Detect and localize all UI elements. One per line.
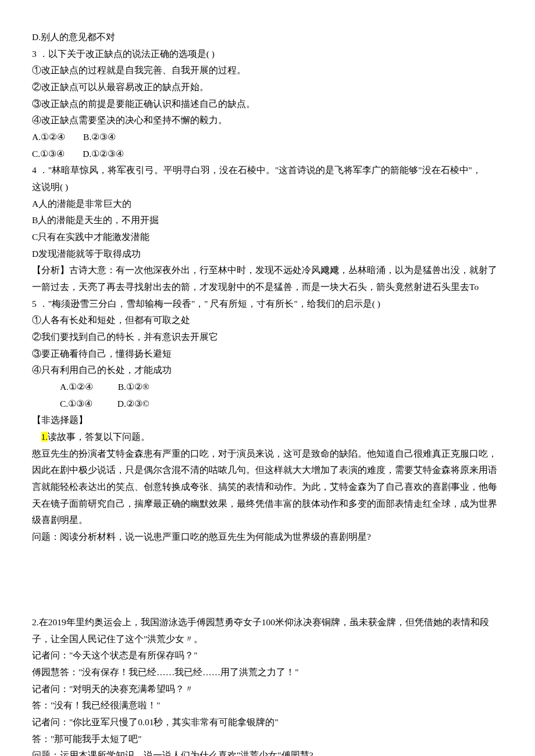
q3-statement-2: ②改正缺点可以从最容易改正的缺点开始。: [32, 79, 503, 96]
essay2-question: 问题：运用本课所学知识，说一说人们为什么喜欢"洪荒少女"傅园慧?: [32, 747, 503, 756]
q5-statement-2: ②我们要找到自己的特长，并有意识去开展它: [32, 329, 503, 346]
q3-stem: 3 ．以下关于改正缺点的说法正确的选项是( ): [32, 46, 503, 63]
q5-options-row-2: C.①③④ D.②③©: [32, 396, 503, 413]
q5-options-row-1: A.①②④ B.①②®: [32, 379, 503, 396]
q4-option-b: B人的潜能是天生的，不用开掘: [32, 212, 503, 229]
essay1-body: 憨豆先生的扮演者艾特金森患有严重的口吃，对于演员来说，这可是致命的缺陷。他知道自…: [32, 446, 503, 529]
essay2-line-2: 子，让全国人民记住了这个"洪荒少女〃。: [32, 631, 503, 648]
essay2-line-1: 2.在2019年里约奥运会上，我国游泳选手傅园慧勇夺女子100米仰泳决赛铜牌，虽…: [32, 614, 503, 631]
answer-space-1: [32, 546, 503, 598]
non-choice-header: 【非选择题】: [32, 412, 503, 429]
essay1-number-highlight: 1.: [41, 432, 48, 442]
q3-options-row-2: C.①③④ D.①②③④: [32, 146, 503, 163]
essay2-line-6: 答："没有！我已经很满意啦！": [32, 697, 503, 714]
essay1-question: 问题：阅读分析材料，说一说患严重口吃的憨豆先生为何能成为世界级的喜剧明星?: [32, 529, 503, 546]
q4-stem-line-1: 4 ．"林暗草惊风，将军夜引弓。平明寻白羽，没在石棱中。"这首诗说的是飞将军李广…: [32, 162, 503, 179]
q4-option-a: A人的潜能是非常巨大的: [32, 196, 503, 213]
essay2-line-8: 答："那可能我手太短了吧": [32, 731, 503, 748]
q4-stem-line-2: 这说明( ): [32, 179, 503, 196]
q5-stem: 5 ．"梅须逊雪三分白，雪却输梅一段香"，" 尺有所短，寸有所长"，给我们的启示…: [32, 296, 503, 313]
q3-options-row-1: A.①②④ B.②③④: [32, 129, 503, 146]
essay2-line-7: 记者问："你比亚军只慢了0.01秒，其实非常有可能拿银牌的": [32, 714, 503, 731]
q3-statement-1: ①改正缺点的过程就是自我完善、自我开展的过程。: [32, 62, 503, 79]
essay2-line-3: 记者问："今天这个状态是有所保存吗？": [32, 647, 503, 664]
blank-line: [32, 598, 503, 614]
q5-statement-4: ④只有利用自己的长处，才能成功: [32, 362, 503, 379]
essay2-line-4: 傅园慧答："没有保存！我已经……我已经……用了洪荒之力了！": [32, 664, 503, 681]
q3-statement-4: ④改正缺点需要坚决的决心和坚持不懈的毅力。: [32, 112, 503, 129]
q2-option-d: D.别人的意见都不对: [32, 29, 503, 46]
q4-option-d: D发现潜能就等于取得成功: [32, 246, 503, 263]
essay1-prompt-text: 读故事，答复以下问题。: [48, 432, 150, 442]
q5-statement-1: ①人各有长处和短处，但都有可取之处: [32, 312, 503, 329]
q4-option-c: C只有在实践中才能激发潜能: [32, 229, 503, 246]
q3-statement-3: ③改正缺点的前提是要能正确认识和描述自己的缺点。: [32, 96, 503, 113]
q4-analysis: 【分析】古诗大意：有一次他深夜外出，行至林中时，发现不远处冷风飕飕，丛林暗涌，以…: [32, 262, 503, 295]
essay1-prompt-line: 1.读故事，答复以下问题。: [32, 429, 503, 446]
essay2-line-5: 记者问："对明天的决赛充满希望吗？〃: [32, 681, 503, 698]
q5-statement-3: ③要正确看待自己，懂得扬长避短: [32, 346, 503, 363]
